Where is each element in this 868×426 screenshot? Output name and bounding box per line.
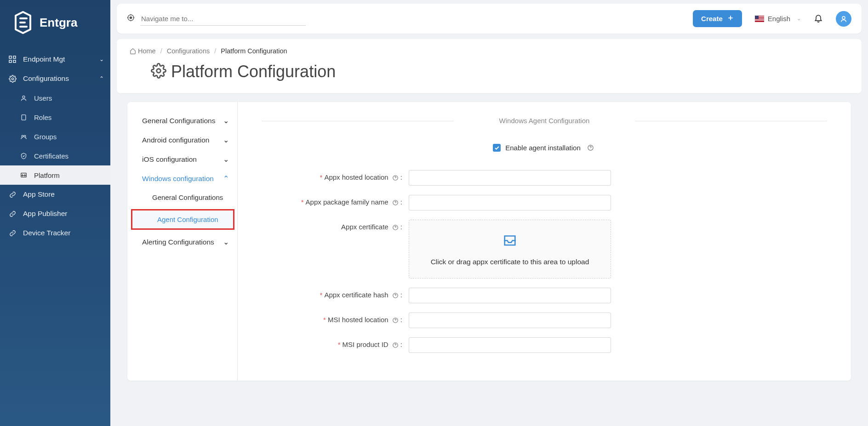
appx-hosted-label: *Appx hosted location : [262,170,409,181]
breadcrumb-separator: / [160,47,162,55]
enable-agent-checkbox[interactable] [493,144,501,152]
platform-icon [19,171,28,179]
sidebar-item-device-tracker[interactable]: Device Tracker [0,223,110,243]
svg-rect-1 [13,56,16,58]
chevron-down-icon: ⌄ [797,16,801,22]
page-title-text: Platform Configuration [171,62,336,81]
form-area: Windows Agent Configuration Enable agent… [238,102,851,381]
sidebar: Entgra Endpoint Mgt ⌄ Configurations ⌃ U… [0,0,110,426]
sidebar-item-label: Roles [34,114,51,121]
inbox-icon [501,241,519,249]
help-icon[interactable] [392,317,399,324]
breadcrumb: Home / Configurations / Platform Configu… [130,47,849,55]
svg-rect-2 [9,60,11,62]
config-nav: General Configurations ⌄ Android configu… [127,102,238,381]
config-nav-windows-general[interactable]: General Configurations [127,188,237,206]
link-icon [8,190,17,199]
msi-product-label: *MSI product ID : [262,337,409,348]
roles-icon [19,113,28,121]
svg-point-5 [23,96,25,98]
logo: Entgra [0,0,110,50]
sidebar-item-label: App Store [23,190,55,199]
create-button[interactable]: Create [693,10,742,27]
sidebar-item-label: App Publisher [23,210,68,218]
sidebar-item-app-store[interactable]: App Store [0,185,110,204]
chevron-down-icon: ⌄ [99,56,104,62]
appx-family-input[interactable] [409,195,611,210]
appx-family-label: *Appx package family name : [262,195,409,206]
link-icon [8,229,17,237]
chevron-down-icon: ⌄ [223,155,229,164]
msi-hosted-input[interactable] [409,312,611,328]
brand-logo-icon [13,11,33,34]
breadcrumb-item-current: Platform Configuration [221,47,287,55]
sidebar-item-groups[interactable]: Groups [0,127,110,146]
sidebar-item-certificates[interactable]: Certificates [0,146,110,165]
shield-icon [19,152,28,160]
appx-hash-input[interactable] [409,288,611,303]
chevron-down-icon: ⌄ [223,136,229,144]
notifications-button[interactable] [814,13,823,24]
content-panel: General Configurations ⌄ Android configu… [127,102,851,381]
sidebar-item-label: Configurations [23,74,69,83]
appx-hash-label: *Appx certificate hash : [262,288,409,299]
sidebar-item-users[interactable]: Users [0,88,110,108]
grid-icon [8,55,17,63]
chevron-down-icon: ⌄ [223,238,229,246]
config-nav-windows-agent[interactable]: Agent Configuration [132,210,233,228]
sidebar-item-label: Platform [34,171,60,179]
appx-cert-label: Appx certificate : [262,220,409,231]
gear-icon [8,74,17,83]
upload-text: Click or drag appx certificate to this a… [418,258,601,266]
svg-point-4 [11,78,13,80]
msi-product-input[interactable] [409,337,611,353]
appx-cert-upload[interactable]: Click or drag appx certificate to this a… [409,220,611,278]
help-icon[interactable] [392,224,399,231]
breadcrumb-separator: / [214,47,216,55]
language-selector[interactable]: English ⌄ [755,15,801,23]
svg-point-7 [22,135,23,137]
config-nav-android[interactable]: Android configuration ⌄ [127,131,237,150]
svg-rect-3 [13,60,16,62]
sidebar-item-endpoint-mgt[interactable]: Endpoint Mgt ⌄ [0,50,110,69]
help-icon[interactable] [392,175,399,181]
config-nav-ios[interactable]: iOS configuration ⌄ [127,150,237,169]
svg-rect-6 [22,114,26,119]
plus-icon [727,15,734,23]
sidebar-item-configurations[interactable]: Configurations ⌃ [0,69,110,88]
sidebar-item-label: Groups [34,133,57,141]
gear-icon [151,63,166,80]
svg-rect-0 [9,56,11,58]
config-nav-windows[interactable]: Windows configuration ⌃ [127,169,237,188]
sidebar-item-label: Certificates [34,152,69,160]
navigate-input[interactable] [140,12,306,26]
chevron-up-icon: ⌃ [223,175,229,183]
page-header: Home / Configurations / Platform Configu… [117,39,862,93]
user-icon [19,94,28,102]
appx-hosted-input[interactable] [409,170,611,186]
sidebar-item-roles[interactable]: Roles [0,108,110,127]
groups-icon [19,132,28,141]
highlight-annotation: Agent Configuration [131,209,234,230]
help-icon[interactable] [392,342,399,348]
breadcrumb-item[interactable]: Configurations [167,47,210,55]
user-avatar[interactable] [836,11,851,27]
svg-point-13 [157,69,161,73]
config-nav-general[interactable]: General Configurations ⌄ [127,111,237,131]
svg-point-8 [24,135,26,137]
sidebar-item-label: Endpoint Mgt [23,55,65,63]
sidebar-item-label: Users [34,94,52,102]
msi-hosted-label: *MSI hosted location : [262,312,409,324]
language-label: English [768,15,790,23]
sidebar-item-app-publisher[interactable]: App Publisher [0,204,110,223]
create-button-label: Create [701,15,723,23]
form-section-title: Windows Agent Configuration [262,117,827,125]
help-icon[interactable] [392,292,399,299]
help-icon[interactable] [587,144,594,151]
svg-point-12 [842,16,845,19]
home-icon[interactable]: Home [130,47,156,55]
sidebar-item-platform[interactable]: Platform [0,165,110,185]
config-nav-alerting[interactable]: Alerting Configurations ⌄ [127,233,237,252]
help-icon[interactable] [392,199,399,206]
enable-agent-label: Enable agent installation [505,144,580,152]
